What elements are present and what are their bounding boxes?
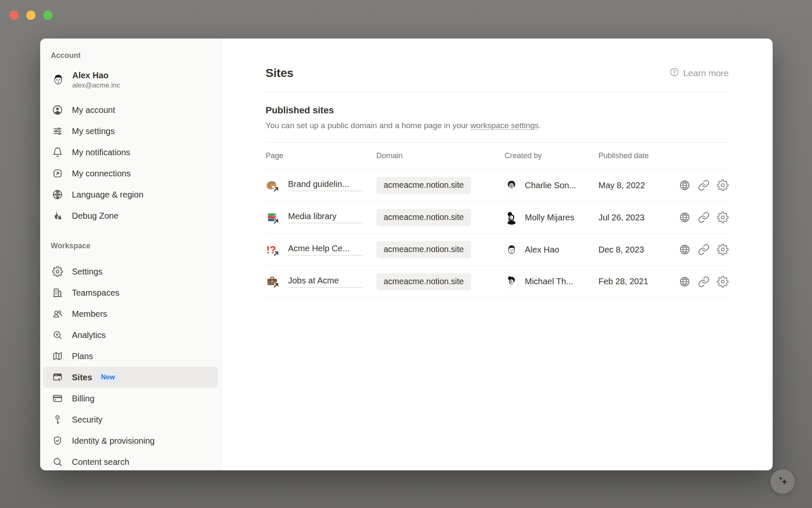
globe-icon[interactable] [679,179,691,191]
maximize-window-button[interactable] [43,11,52,20]
sidebar-item-label: Language & region [72,190,143,200]
creator-avatar [505,178,518,192]
sidebar-item-members[interactable]: Members [43,303,218,324]
creator-name: Molly Mijares [525,213,574,222]
minimize-window-button[interactable] [26,11,36,20]
sidebar-item-sites[interactable]: Sites New [43,367,218,388]
globe-icon [52,189,63,200]
sidebar-item-label: My connections [72,169,131,178]
published-date: Feb 28, 2021 [598,277,669,286]
ai-assistant-button[interactable] [771,470,795,494]
page-link[interactable]: Jobs at Acme [288,276,362,288]
table-row[interactable]: Brand guidelin... acmeacme.notion.site [266,169,729,201]
sidebar-item-label: Settings [72,267,102,277]
browser-cursor-icon [52,372,63,383]
question-circle-icon [669,67,679,79]
gear-icon[interactable] [717,244,729,255]
domain-pill: acmeacme.notion.site [376,177,471,194]
briefcase-icon [266,275,279,288]
globe-icon[interactable] [679,276,691,288]
magnifier-plus-icon [52,330,63,340]
sidebar-item-my-connections[interactable]: My connections [43,163,218,184]
sidebar-item-label: Members [72,309,107,319]
page-link[interactable]: Brand guidelin... [288,179,362,191]
sidebar-item-label: My account [72,105,115,115]
sparkles-icon [776,474,790,490]
sidebar-item-analytics[interactable]: Analytics [43,324,218,346]
link-icon[interactable] [698,276,710,288]
link-icon[interactable] [698,211,710,223]
creator-name: Michael Th... [525,277,573,286]
link-icon[interactable] [698,244,710,255]
table-row[interactable]: Jobs at Acme acmeacme.notion.site [266,266,729,298]
column-header-page: Page [266,151,376,160]
gear-icon[interactable] [717,276,729,288]
sidebar-item-label: Debug Zone [72,211,118,221]
sidebar-item-debug-zone[interactable]: Debug Zone [43,205,218,226]
arrow-up-right-icon [274,283,278,287]
gear-icon[interactable] [717,179,729,191]
account-section-label: Account [51,50,221,60]
settings-sidebar: Account Alex Hao alex@acme.inc [40,38,221,470]
description-text: You can set up a public domain and a hom… [266,121,470,130]
page-link[interactable]: Media library [288,211,362,223]
table-row[interactable]: !? Acme Help Ce... acmeacme.notion.site [266,233,729,266]
creator-name: Charlie Son... [525,181,576,190]
sidebar-item-label: My settings [72,126,115,136]
sliders-icon [52,126,63,137]
table-header-row: Page Domain Created by Published date [266,142,729,169]
exclamation-question-icon: !? [266,243,279,256]
workspace-section-label: Workspace [51,241,221,251]
globe-icon[interactable] [679,211,691,223]
close-window-button[interactable] [9,11,19,20]
new-badge: New [97,372,119,383]
sidebar-item-settings[interactable]: Settings [43,261,218,282]
sidebar-user[interactable]: Alex Hao alex@acme.inc [50,67,221,92]
sites-settings-panel: Sites Learn more Published sites You can… [221,38,773,470]
table-row[interactable]: Media library acmeacme.notion.site [266,201,729,233]
sidebar-item-label: Security [72,415,102,425]
page-link[interactable]: Acme Help Ce... [288,244,362,255]
link-icon[interactable] [698,179,710,191]
sidebar-item-identity-provisioning[interactable]: Identity & provisioning [43,430,218,451]
user-name: Alex Hao [72,70,120,81]
learn-more-link[interactable]: Learn more [669,67,729,79]
sidebar-item-label: Teamspaces [72,288,119,298]
search-icon [52,456,63,467]
bell-icon [52,147,63,158]
learn-more-label: Learn more [683,68,729,78]
key-icon [52,414,63,425]
published-date: May 8, 2022 [598,181,669,190]
sidebar-item-billing[interactable]: Billing [43,388,218,409]
creator-avatar [505,275,518,288]
creator-avatar [505,211,518,225]
header-divider [266,92,729,92]
sidebar-item-label: Content search [72,457,129,467]
sidebar-item-my-account[interactable]: My account [43,99,218,121]
sidebar-item-plans[interactable]: Plans [43,346,218,367]
gear-icon[interactable] [717,211,729,223]
sidebar-item-content-search[interactable]: Content search [43,451,218,470]
column-header-domain: Domain [376,151,505,160]
sidebar-item-label: Analytics [72,330,106,340]
map-icon [52,351,63,362]
user-avatar [50,72,66,88]
sidebar-item-label: Sites [72,373,92,382]
domain-pill: acmeacme.notion.site [376,241,471,258]
sidebar-item-teamspaces[interactable]: Teamspaces [43,282,218,303]
domain-pill: acmeacme.notion.site [376,209,471,226]
person-circle-icon [52,104,63,115]
arrow-up-right-icon [274,220,278,223]
published-date: Dec 8, 2023 [598,245,669,255]
user-email: alex@acme.inc [72,81,120,90]
sidebar-item-my-notifications[interactable]: My notifications [43,142,218,163]
description-period: . [539,121,541,130]
sidebar-item-security[interactable]: Security [43,409,218,430]
workspace-settings-link[interactable]: workspace settings [470,121,539,130]
globe-icon[interactable] [679,244,691,255]
sidebar-item-my-settings[interactable]: My settings [43,121,218,142]
published-date: Jul 26, 2023 [598,213,669,222]
sidebar-item-language-region[interactable]: Language & region [43,184,218,205]
creator-avatar [505,243,518,257]
palette-icon [266,179,279,192]
